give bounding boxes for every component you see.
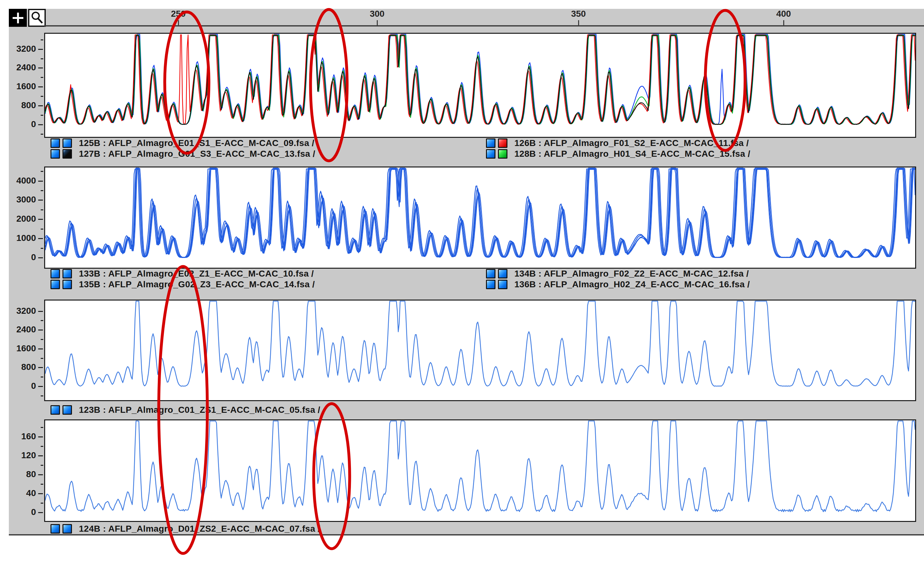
trace-line (45, 36, 915, 124)
electropherogram-traces-1 (45, 34, 915, 137)
y-axis-minor-tick (41, 171, 43, 172)
y-axis-label: 1000 (4, 233, 36, 243)
y-axis-label: 1600 (4, 81, 36, 91)
sample-filename-label: 125B : AFLP_Almagro_E01_S1_E-ACC_M-CAC_0… (79, 138, 314, 148)
y-axis-minor-tick (41, 339, 43, 340)
y-axis-minor-tick (41, 320, 43, 321)
sample-entry: 134B : AFLP_Almagro_F02_Z2_E-ACC_M-CAC_1… (486, 268, 749, 279)
sample-entry: 128B : AFLP_Almagro_H01_S4_E-ACC_M-CAC_1… (486, 148, 750, 159)
y-axis-label: 40 (4, 488, 36, 498)
zoom-tool-button[interactable] (28, 9, 46, 27)
y-axis-label: 160 (4, 431, 36, 441)
sample-toggle-red-checkbox[interactable] (498, 138, 507, 148)
sample-toggle-blue-checkbox[interactable] (498, 280, 507, 289)
y-axis-minor-tick (41, 484, 43, 485)
trace-panel-1[interactable] (44, 33, 916, 138)
y-axis-major-tick (38, 200, 43, 200)
sample-toggle-blue-checkbox[interactable] (486, 269, 495, 278)
y-axis-major-tick (38, 257, 43, 258)
aflp-electropherogram-window: 250300350400 320024001600800040003000200… (0, 0, 924, 561)
sample-toggle-blue-checkbox[interactable] (498, 269, 507, 278)
y-axis-minor-tick (41, 395, 43, 396)
y-axis-major-tick (38, 512, 43, 513)
sample-filename-label: 134B : AFLP_Almagro_F02_Z2_E-ACC_M-CAC_1… (514, 269, 749, 279)
y-axis-major-tick (38, 386, 43, 387)
sample-toggle-blue-checkbox[interactable] (63, 269, 72, 278)
y-axis-minor-tick (41, 77, 43, 78)
y-axis-label: 800 (4, 362, 36, 372)
sample-toggle-blue-checkbox[interactable] (63, 524, 72, 534)
y-axis-label: 2400 (4, 63, 36, 73)
ruler-tick-mark (178, 20, 179, 25)
y-axis-label: 0 (4, 119, 36, 129)
sample-toggle-blue-checkbox[interactable] (63, 280, 72, 289)
trace-panel-4[interactable] (44, 419, 916, 522)
sample-toggle-black-checkbox[interactable] (63, 149, 72, 159)
y-axis-label: 800 (4, 100, 36, 111)
sample-entry: 126B : AFLP_Almagro_F01_S2_E-ACC_M-CAC_1… (486, 138, 749, 148)
expand-button[interactable] (9, 9, 27, 27)
y-axis-major-tick (38, 349, 43, 349)
y-axis-minor-tick (41, 377, 43, 377)
y-axis-label: 80 (4, 469, 36, 479)
y-axis-minor-tick (41, 209, 43, 210)
sample-toggle-blue-checkbox[interactable] (51, 524, 60, 534)
y-axis-major-tick (38, 181, 43, 182)
sample-toggle-blue-checkbox[interactable] (51, 269, 60, 278)
y-axis-major-tick (38, 49, 43, 50)
sample-toggle-blue-checkbox[interactable] (486, 149, 495, 159)
sample-entry: 125B : AFLP_Almagro_E01_S1_E-ACC_M-CAC_0… (51, 138, 314, 148)
trace-panel-2[interactable] (44, 166, 916, 269)
electropherogram-traces-4 (45, 420, 915, 521)
ruler-tick-mark (377, 20, 378, 25)
y-axis-minor-tick (41, 446, 43, 447)
ruler-tick-label: 300 (370, 9, 385, 19)
sample-filename-label: 123B : AFLP_Almagro_C01_ZS1_E-ACC_M-CAC_… (79, 405, 320, 415)
y-axis-major-tick (38, 493, 43, 494)
plus-icon (17, 13, 19, 23)
sample-toggle-blue-checkbox[interactable] (51, 280, 60, 289)
sample-filename-label: 136B : AFLP_Almagro_H02_Z4_E-ACC_M-CAC_1… (514, 280, 750, 289)
sample-entry: 133B : AFLP_Almagro_E02_Z1_E-ACC_M-CAC_1… (51, 268, 314, 279)
trace-panel-3[interactable] (44, 299, 916, 401)
ruler-tick-mark (578, 20, 579, 25)
y-axis-minor-tick (41, 190, 43, 191)
sample-filename-label: 135B : AFLP_Almagro_G02_Z3_E-ACC_M-CAC_1… (79, 280, 315, 289)
sample-toggle-blue-checkbox[interactable] (486, 138, 495, 148)
electropherogram-traces-3 (45, 301, 915, 400)
sample-toggle-blue-checkbox[interactable] (63, 405, 72, 415)
y-axis-minor-tick (41, 503, 43, 504)
trace-line (45, 169, 915, 257)
y-axis-minor-tick (41, 134, 43, 135)
y-axis-major-tick (38, 455, 43, 456)
sample-filename-label: 127B : AFLP_Almagro_G01_S3_E-ACC_M-CAC_1… (79, 149, 315, 159)
y-axis-label: 1600 (4, 343, 36, 353)
y-axis-minor-tick (41, 248, 43, 249)
y-axis-label: 3000 (4, 194, 36, 205)
sample-toggle-blue-checkbox[interactable] (63, 138, 72, 148)
sample-entry: 135B : AFLP_Almagro_G02_Z3_E-ACC_M-CAC_1… (51, 279, 315, 290)
sample-entry: 136B : AFLP_Almagro_H02_Z4_E-ACC_M-CAC_1… (486, 279, 750, 290)
y-axis-label: 4000 (4, 176, 36, 186)
y-axis-label: 120 (4, 450, 36, 461)
y-axis-major-tick (38, 87, 43, 87)
y-axis-major-tick (38, 67, 43, 69)
y-axis-major-tick (38, 105, 43, 106)
magnifier-icon (29, 10, 45, 25)
ruler-tick-label: 350 (571, 9, 586, 19)
ruler-tick-label: 250 (171, 9, 186, 19)
y-axis-major-tick (38, 311, 43, 312)
sample-toggle-blue-checkbox[interactable] (486, 280, 495, 289)
y-axis-minor-tick (41, 115, 43, 116)
y-axis-major-tick (38, 329, 43, 331)
y-axis-label: 3200 (4, 44, 36, 54)
sample-filename-label: 128B : AFLP_Almagro_H01_S4_E-ACC_M-CAC_1… (514, 149, 750, 159)
sample-toggle-green-checkbox[interactable] (498, 149, 507, 159)
y-axis-label: 3200 (4, 306, 36, 316)
sample-toggle-blue-checkbox[interactable] (51, 138, 60, 148)
sample-toggle-blue-checkbox[interactable] (51, 149, 60, 159)
y-axis-label: 0 (4, 381, 36, 391)
sample-entry: 127B : AFLP_Almagro_G01_S3_E-ACC_M-CAC_1… (51, 148, 315, 159)
ruler-baseline (44, 25, 924, 27)
sample-toggle-blue-checkbox[interactable] (51, 405, 60, 415)
